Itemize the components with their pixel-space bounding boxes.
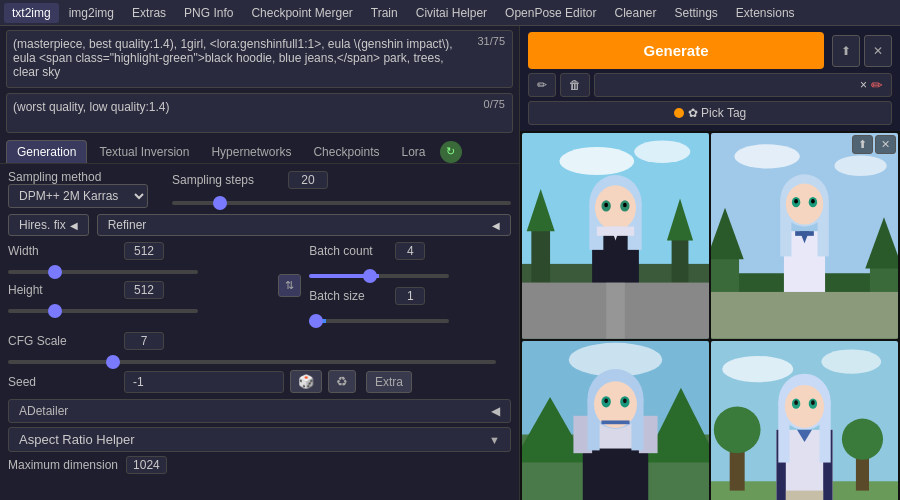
svg-point-1 — [559, 147, 634, 175]
hires-refiner-row: Hires. fix ◀ Refiner ◀ — [8, 214, 511, 236]
width-row: Width 512 — [8, 242, 270, 260]
wh-link-button[interactable]: ⇅ — [278, 274, 301, 297]
svg-point-75 — [785, 385, 824, 428]
gen-top-row: Generate ⬆ ✕ — [528, 32, 892, 69]
top-nav: txt2img img2img Extras PNG Info Checkpoi… — [0, 0, 900, 26]
nav-txt2img[interactable]: txt2img — [4, 3, 59, 23]
height-label: Height — [8, 283, 118, 297]
hires-fix-button[interactable]: Hires. fix ◀ — [8, 214, 89, 236]
dropdown-field: × ✏ — [594, 73, 892, 97]
nav-extras[interactable]: Extras — [124, 3, 174, 23]
nav-openpose-editor[interactable]: OpenPose Editor — [497, 3, 604, 23]
refiner-label: Refiner — [108, 218, 147, 232]
svg-point-15 — [604, 203, 608, 208]
svg-rect-40 — [711, 292, 898, 339]
adetailer-toggle[interactable]: ADetailer ◀ — [8, 399, 511, 423]
svg-rect-4 — [531, 226, 550, 282]
trash-button[interactable]: 🗑 — [560, 73, 590, 97]
cfg-label-row: CFG Scale 7 — [8, 332, 511, 350]
svg-point-68 — [842, 418, 883, 459]
hires-fix-arrow-icon: ◀ — [70, 220, 78, 231]
image-cell-3[interactable] — [522, 341, 709, 500]
batch-count-label: Batch count — [309, 244, 389, 258]
left-panel: (masterpiece, best quality:1.4), 1girl, … — [0, 26, 520, 500]
neg-prompt-area: (worst quality, low quality:1.4) 0/75 — [0, 91, 519, 136]
image-grid: ⬆ ✕ — [520, 131, 900, 500]
image-cell-4[interactable] — [711, 341, 898, 500]
hires-fix-label: Hires. fix — [19, 218, 66, 232]
image-save-button[interactable]: ⬆ — [852, 135, 873, 154]
height-slider[interactable] — [8, 309, 198, 313]
seed-row: Seed 🎲 ♻ Extra — [8, 370, 511, 393]
svg-point-57 — [604, 398, 608, 403]
width-slider[interactable] — [8, 270, 198, 274]
batch-count-row: Batch count 4 — [309, 242, 511, 260]
tab-checkpoints[interactable]: Checkpoints — [303, 141, 389, 163]
tab-hypernetworks[interactable]: Hypernetworks — [201, 141, 301, 163]
tab-lora[interactable]: Lora — [392, 141, 436, 163]
positive-prompt-input[interactable]: (masterpiece, best quality:1.4), 1girl, … — [6, 30, 513, 88]
anime-image-1 — [522, 133, 709, 339]
nav-png-info[interactable]: PNG Info — [176, 3, 241, 23]
image-close-button[interactable]: ✕ — [875, 135, 896, 154]
nav-settings[interactable]: Settings — [667, 3, 726, 23]
nav-extensions[interactable]: Extensions — [728, 3, 803, 23]
tab-textual-inversion[interactable]: Textual Inversion — [89, 141, 199, 163]
svg-point-37 — [811, 199, 815, 204]
x-mark-icon: × — [860, 78, 867, 92]
wh-batch-section: Width 512 Height 512 ⇅ — [8, 242, 511, 326]
prompt-box: (masterpiece, best quality:1.4), 1girl, … — [6, 30, 513, 91]
seed-recycle-button[interactable]: ♻ — [328, 370, 356, 393]
pencil-button[interactable]: ✏ — [528, 73, 556, 97]
svg-point-23 — [834, 155, 886, 176]
tab-refresh-button[interactable]: ↻ — [440, 141, 462, 163]
batch-size-label: Batch size — [309, 289, 389, 303]
link-button-area: ⇅ — [278, 242, 301, 326]
tab-generation[interactable]: Generation — [6, 140, 87, 163]
svg-rect-81 — [786, 490, 823, 500]
extra-button[interactable]: Extra — [366, 371, 412, 393]
batch-size-value: 1 — [395, 287, 425, 305]
pick-tag-button[interactable]: ✿ Pick Tag — [528, 101, 892, 125]
settings-panel: Sampling method DPM++ 2M Karras Euler a … — [0, 164, 519, 500]
sampling-method-label: Sampling method — [8, 170, 148, 184]
refiner-button[interactable]: Refiner ◀ — [97, 214, 511, 236]
batch-size-slider[interactable] — [309, 319, 449, 323]
sampling-steps-value: 20 — [288, 171, 328, 189]
adetailer-label: ADetailer — [19, 404, 68, 418]
anime-image-4 — [711, 341, 898, 500]
generate-area: Generate ⬆ ✕ ✏ 🗑 × ✏ ✿ Pick Tag — [520, 26, 900, 131]
nav-civitai-helper[interactable]: Civitai Helper — [408, 3, 495, 23]
width-label: Width — [8, 244, 118, 258]
wh-section: Width 512 Height 512 — [8, 242, 270, 326]
adetailer-arrow-icon: ◀ — [491, 404, 500, 418]
nav-img2img[interactable]: img2img — [61, 3, 122, 23]
close-button[interactable]: ✕ — [864, 35, 892, 67]
batch-count-slider[interactable] — [309, 274, 449, 278]
neg-prompt-counter: 0/75 — [480, 97, 509, 111]
sampling-method-select[interactable]: DPM++ 2M Karras Euler a Euler — [8, 184, 148, 208]
right-panel: Generate ⬆ ✕ ✏ 🗑 × ✏ ✿ Pick Tag — [520, 26, 900, 500]
cfg-scale-slider[interactable] — [8, 360, 496, 364]
sampling-steps-slider[interactable] — [172, 201, 511, 205]
aspect-ratio-arrow-icon: ▼ — [489, 434, 500, 446]
generate-button[interactable]: Generate — [528, 32, 824, 69]
negative-prompt-input[interactable]: (worst quality, low quality:1.4) — [6, 93, 513, 133]
svg-point-78 — [794, 400, 798, 405]
stop-button[interactable]: ⬆ — [832, 35, 860, 67]
image-cell-1[interactable] — [522, 133, 709, 339]
svg-rect-20 — [606, 283, 625, 339]
image-cell-2[interactable] — [711, 133, 898, 339]
seed-dice-button[interactable]: 🎲 — [290, 370, 322, 393]
nav-train[interactable]: Train — [363, 3, 406, 23]
nav-checkpoint-merger[interactable]: Checkpoint Merger — [243, 3, 360, 23]
sampling-method-row: Sampling method DPM++ 2M Karras Euler a … — [8, 170, 511, 208]
prompt-area: (masterpiece, best quality:1.4), 1girl, … — [0, 26, 519, 91]
svg-point-36 — [794, 199, 798, 204]
nav-cleaner[interactable]: Cleaner — [606, 3, 664, 23]
image-controls: ⬆ ✕ — [852, 135, 896, 154]
height-row: Height 512 — [8, 281, 270, 299]
seed-input[interactable] — [124, 371, 284, 393]
svg-rect-59 — [601, 420, 629, 424]
anime-image-2 — [711, 133, 898, 339]
